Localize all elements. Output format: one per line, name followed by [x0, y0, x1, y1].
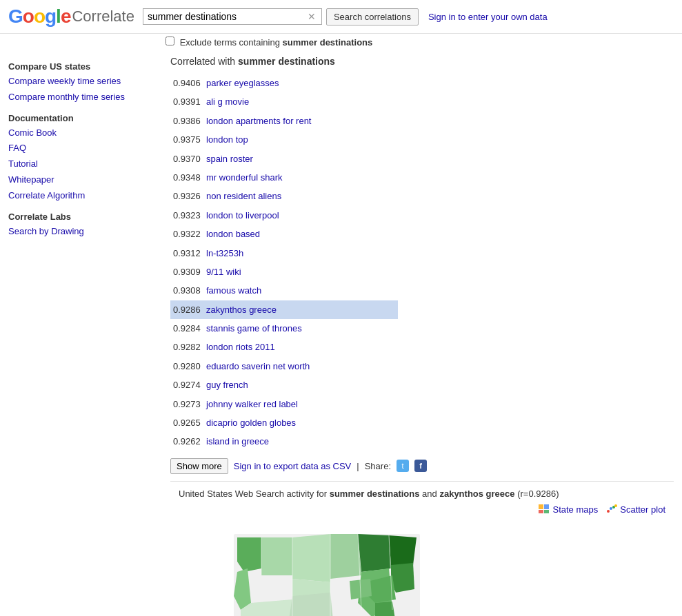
result-link[interactable]: island in greece: [206, 433, 269, 449]
result-link[interactable]: non resident aliens: [206, 188, 281, 204]
table-row: 0.9262 island in greece: [170, 432, 674, 451]
sidebar: Compare US states Compare weekly time se…: [0, 56, 162, 616]
result-link[interactable]: ln-t3253h: [206, 245, 243, 261]
divider: [170, 481, 674, 482]
actions-row: Show more Sign in to export data as CSV …: [170, 458, 674, 474]
state-plains: [292, 534, 330, 582]
table-row: 0.9323 london to liverpool: [170, 206, 674, 225]
result-link[interactable]: spain roster: [206, 151, 253, 167]
result-link[interactable]: mr wonderful shark: [206, 170, 283, 185]
table-row: 0.9312 ln-t3253h: [170, 244, 674, 263]
map-header: United States Web Search activity for su…: [179, 489, 665, 499]
scatter-plot-icon: [606, 504, 617, 514]
table-row: 0.9280 eduardo saverin net worth: [170, 357, 674, 376]
result-link[interactable]: london apartments for rent: [206, 113, 311, 129]
facebook-icon[interactable]: f: [414, 460, 427, 472]
share-label: Share:: [365, 461, 391, 471]
table-row: 0.9322 london based: [170, 225, 674, 243]
exclude-bar: Exclude terms containing summer destinat…: [0, 34, 682, 50]
result-link[interactable]: dicaprio golden globes: [206, 415, 296, 431]
state-maps-icon: [539, 504, 550, 514]
search-area: ✕ Search correlations Sign in to enter y…: [143, 8, 548, 25]
us-states: [234, 534, 420, 616]
exclude-checkbox[interactable]: [166, 37, 174, 45]
map-term1: summer destinations: [330, 489, 420, 499]
result-link[interactable]: london top: [206, 132, 248, 147]
scatter-plot-label: Scatter plot: [620, 504, 665, 515]
result-score: 0.9309: [173, 264, 206, 280]
result-score: 0.9312: [173, 245, 206, 261]
sidebar-item-correlate-algorithm[interactable]: Correlate Algorithm: [8, 189, 154, 203]
table-row: 0.9386 london apartments for rent: [170, 112, 674, 130]
table-row: 0.9370 spain roster: [170, 150, 674, 168]
map-controls: State maps Scatter plot: [179, 504, 665, 515]
sidebar-item-tutorial[interactable]: Tutorial: [8, 157, 154, 172]
us-map-svg: [192, 520, 441, 616]
table-row: 0.9282 london riots 2011: [170, 338, 674, 356]
sidebar-item-faq[interactable]: FAQ: [8, 141, 154, 156]
sidebar-item-whitepaper[interactable]: Whitepaper: [8, 173, 154, 187]
twitter-icon[interactable]: t: [397, 460, 409, 472]
table-row: 0.9309 9/11 wiki: [170, 263, 674, 281]
state-maps-link[interactable]: State maps: [539, 504, 598, 515]
table-row: 0.9326 non resident aliens: [170, 187, 674, 205]
table-row: 0.9308 famous watch: [170, 281, 674, 300]
map-header-prefix: United States Web Search activity for: [179, 489, 327, 499]
map-r-value: (r=0.9286): [517, 489, 559, 499]
state-wa-or: [237, 537, 261, 572]
result-link[interactable]: guy french: [206, 377, 248, 393]
map-section: United States Web Search activity for su…: [170, 489, 674, 616]
svg-rect-2: [539, 510, 543, 513]
export-link[interactable]: Sign in to export data as CSV: [234, 461, 352, 471]
result-score: 0.9370: [173, 151, 206, 167]
sidebar-item-comic-book[interactable]: Comic Book: [8, 126, 154, 141]
svg-point-4: [607, 510, 610, 513]
state-northeast: [389, 535, 417, 565]
table-row: 0.9391 ali g movie: [170, 92, 674, 111]
sidebar-section-documentation: Documentation: [8, 113, 154, 123]
exclude-label: Exclude terms containing: [180, 37, 280, 48]
show-more-button[interactable]: Show more: [170, 458, 228, 474]
result-link[interactable]: stannis game of thrones: [206, 320, 302, 336]
result-score: 0.9323: [173, 207, 206, 223]
result-link[interactable]: london riots 2011: [206, 339, 275, 355]
result-link[interactable]: eduardo saverin net worth: [206, 358, 310, 374]
svg-rect-0: [539, 504, 543, 509]
result-score: 0.9326: [173, 188, 206, 204]
sidebar-item-compare-monthly[interactable]: Compare monthly time series: [8, 90, 154, 105]
result-link[interactable]: johnny walker red label: [206, 396, 298, 412]
result-score: 0.9348: [173, 170, 206, 185]
result-score: 0.9262: [173, 433, 206, 449]
sidebar-item-compare-weekly[interactable]: Compare weekly time series: [8, 74, 154, 89]
result-link[interactable]: parker eyeglasses: [206, 75, 279, 91]
search-box-wrapper: ✕: [143, 8, 322, 25]
result-score: 0.9386: [173, 113, 206, 129]
result-link[interactable]: ali g movie: [206, 94, 249, 110]
result-link-highlighted[interactable]: zakynthos greece: [206, 302, 277, 318]
search-button[interactable]: Search correlations: [326, 8, 419, 25]
result-link[interactable]: 9/11 wiki: [206, 264, 241, 280]
result-link[interactable]: famous watch: [206, 283, 261, 298]
table-row: 0.9284 stannis game of thrones: [170, 319, 674, 338]
correlated-term: summer destinations: [238, 56, 335, 67]
sidebar-section-compare: Compare US states: [8, 61, 154, 72]
result-score: 0.9265: [173, 415, 206, 431]
result-score: 0.9308: [173, 283, 206, 298]
scatter-plot-link[interactable]: Scatter plot: [606, 504, 665, 515]
result-score: 0.9280: [173, 358, 206, 374]
result-score: 0.9282: [173, 339, 206, 355]
correlated-prefix: Correlated with: [170, 56, 235, 67]
clear-button[interactable]: ✕: [306, 11, 317, 22]
state-midatlantic: [391, 563, 414, 593]
sidebar-section-labs: Correlate Labs: [8, 212, 154, 222]
sidebar-item-search-by-drawing[interactable]: Search by Drawing: [8, 225, 154, 239]
result-link[interactable]: london to liverpool: [206, 207, 279, 223]
svg-rect-3: [544, 510, 549, 513]
us-map-container: -1,745 2,069: [192, 520, 434, 616]
result-score: 0.9391: [173, 94, 206, 110]
table-row: 0.9406 parker eyeglasses: [170, 74, 674, 92]
result-link[interactable]: london based: [206, 226, 260, 242]
sign-in-link[interactable]: Sign in to enter your own data: [428, 12, 548, 22]
search-input[interactable]: [148, 11, 306, 22]
content: Correlated with summer destinations 0.94…: [162, 56, 682, 616]
